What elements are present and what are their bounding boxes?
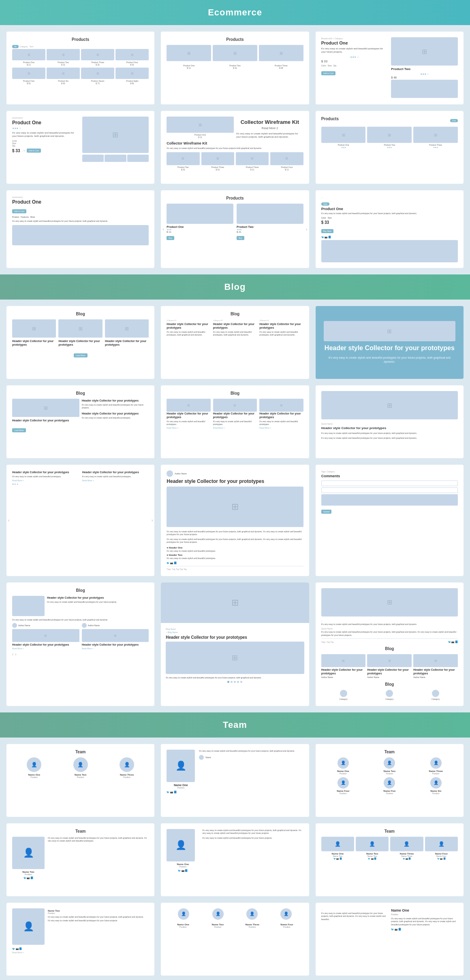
blog-comments: Tags: Category Comments Submit xyxy=(316,465,464,576)
product-stars: ★★★ ☆ xyxy=(321,55,388,58)
team-card5: 👤 Name One Position 🐦 📷 📘 It's very easy… xyxy=(161,823,309,896)
product-img-1 xyxy=(12,49,45,60)
blog-card10-title: Blog xyxy=(12,588,149,593)
t3-av5: 👤 xyxy=(384,777,395,789)
ec-tag[interactable]: Live xyxy=(450,119,458,122)
blog-card1: Blog Header style Collector for your pro… xyxy=(6,306,154,379)
blog-card7: Header style Collector for your prototyp… xyxy=(6,465,154,576)
read-more2[interactable]: Read More > xyxy=(213,427,257,429)
comment-input1[interactable] xyxy=(321,480,458,486)
team7-layout: 👤 Name Two Position It's very easy to cr… xyxy=(12,908,149,945)
kit-top-row: Product One$ 11 Collector Wireframe Kit … xyxy=(167,117,303,139)
team9-left: ○ It's very easy to create stylish and b… xyxy=(321,908,388,931)
blog11-top-img: ⊞ xyxy=(161,582,309,623)
team5-profile: 👤 Name One Position 🐦 📷 📘 xyxy=(167,829,199,872)
blog-card4: Blog Header style Collector for your pro… xyxy=(6,385,154,458)
blog-card5-title: Blog xyxy=(167,391,303,395)
read-more3[interactable]: Read More > xyxy=(259,427,303,429)
blog10-rm2[interactable]: Read More > xyxy=(82,647,149,650)
blog10-rm[interactable]: Read More > xyxy=(12,647,79,650)
t3-m1: 👤 Name One Position xyxy=(321,757,365,775)
ec9-btn[interactable]: Buy Now xyxy=(321,229,333,233)
ec-products-grid: Products All Category Sort Product One$ … xyxy=(6,32,154,104)
blog12-item2: Header style Collector for your prototyp… xyxy=(367,654,412,679)
ec-detail-left: Breadcrumb > Category Product One It's v… xyxy=(321,37,388,98)
ec-filter-tag[interactable]: All xyxy=(12,45,19,48)
read-more1[interactable]: Read More > xyxy=(167,427,210,429)
blog10-top: Header style Collector for your prototyp… xyxy=(12,596,149,616)
t8-icon2: 👤 xyxy=(212,908,224,920)
ec7-btn[interactable]: Add to Cart xyxy=(12,209,26,213)
blog12-item3: Header style Collector for your prototyp… xyxy=(413,654,458,679)
ec-products-nav: Products Product One ★★★ $ 11 Buy Produc… xyxy=(161,190,309,268)
ec-product-right: ... · Sale Product One It's very easy to… xyxy=(316,190,464,268)
ec-product-name: Product One xyxy=(12,120,79,125)
blog-load-more[interactable]: Load More xyxy=(74,353,88,357)
add-to-cart-btn[interactable]: Add to Cart xyxy=(321,71,335,75)
ec-3col-labels: Product One$ 11 Product Two$ 1k Product … xyxy=(167,64,303,69)
blog7-readmore2[interactable]: Read More > xyxy=(82,479,149,482)
avatar-1: 👤 xyxy=(27,757,41,772)
ec8-right-arrow[interactable]: › xyxy=(306,227,307,232)
blog8-h2: ● Header Two xyxy=(167,554,303,556)
blog7-right-arrow[interactable]: › xyxy=(152,518,153,523)
product2-stars: ★★★ ☆ xyxy=(391,72,458,75)
comment-textarea[interactable] xyxy=(321,494,458,506)
blog7-left-arrow[interactable]: ‹ xyxy=(8,518,9,523)
blog-icon3 xyxy=(432,690,439,697)
t3-m5: 👤 Name Five Position xyxy=(367,777,411,795)
ec8-left-arrow[interactable]: ‹ xyxy=(162,227,164,232)
kit-img-2 xyxy=(167,152,199,165)
team-card3: Team 👤 Name One Position 👤 Name Two Posi… xyxy=(316,744,464,817)
ec8-btn1[interactable]: Buy xyxy=(167,236,174,240)
blog12-sub-title: Blog xyxy=(321,646,458,651)
team2-left: 👤 Name One Position xyxy=(167,750,195,789)
blog6-top-img: ⊞ xyxy=(321,391,458,419)
blog5-img1 xyxy=(167,399,210,412)
blog11-img: ⊞ xyxy=(166,642,304,674)
blog4-layout: Header style Collector for your prototyp… xyxy=(12,399,149,423)
team5-info: It's very easy to create stylish and bea… xyxy=(202,829,303,872)
team-card1: Team 👤 Name One Position 👤 Name Two Posi… xyxy=(6,744,154,817)
ec6-img1 xyxy=(321,127,366,143)
kit-name: Collector Wireframe Kit xyxy=(167,141,303,145)
ec-product-mini: ecommerce Product One Add to Cart Produc… xyxy=(6,190,154,268)
blog10-img3 xyxy=(82,629,149,642)
ec-detail2-thumb: ⊞ xyxy=(82,117,149,162)
blog2-item3: 18 August HT Header style Collector for … xyxy=(259,319,303,336)
blog7-readmore[interactable]: Read More > xyxy=(12,479,79,482)
product-img-c xyxy=(259,45,303,61)
ecommerce-grid: Products All Category Sort Product One$ … xyxy=(0,25,470,274)
kit-subtitle: Read More 2 xyxy=(236,127,303,130)
comment-submit[interactable]: Submit xyxy=(321,510,332,514)
thumb-sm-2 xyxy=(105,155,126,162)
kit-bottom: Product Two$ 31 Product Three$ 31 Produc… xyxy=(167,152,303,171)
blog12-bottom: Blog Header style Collector for your pro… xyxy=(321,646,458,679)
blog-3col: Header style Collector for your prototyp… xyxy=(12,319,149,347)
blog10-prev[interactable]: ‹ xyxy=(12,652,13,657)
ec8-btn2[interactable]: Buy xyxy=(237,236,244,240)
ec-detail2-info: ecommerce Product One ★★★ ☆ It's very ea… xyxy=(12,117,79,162)
team4-right: It's very easy to create stylish and bea… xyxy=(48,837,149,879)
blog4-left: Header style Collector for your prototyp… xyxy=(12,399,79,423)
blog5-img3 xyxy=(259,399,303,412)
add-cart-btn2[interactable]: Add to Cart xyxy=(27,149,41,153)
blog6-title: Header style Collector for your prototyp… xyxy=(321,426,458,430)
avatar-3: 👤 xyxy=(120,757,134,772)
ec8-product2: Product Two ★★★ $ 21 Buy xyxy=(237,204,303,240)
team-card3-title: Team xyxy=(321,750,458,754)
blog-card11: ⊞ Blog Name ○ Blog Name Header style Col… xyxy=(161,582,309,706)
t3-m2: 👤 Name Two Position xyxy=(367,757,411,775)
blog-img2 xyxy=(58,319,102,338)
blog10-b2: Author Name Header style Collector for y… xyxy=(82,623,149,650)
blog10-next[interactable]: › xyxy=(15,652,16,657)
ec-card2-title: Products xyxy=(167,37,303,42)
team6-4col: 👤 Name One Name Two 🐦 📷 📘 👤 Name Two Nam… xyxy=(321,837,458,860)
comment-input2[interactable] xyxy=(321,487,458,493)
blog12-si3 xyxy=(413,654,458,667)
team8-names: Name OnePosition Name TwoPosition Name T… xyxy=(167,922,303,928)
blog4-btn[interactable]: Load More xyxy=(12,428,26,432)
team9-name: Name One xyxy=(391,908,458,912)
thumb-sm-3 xyxy=(127,155,149,162)
blog8-avatar xyxy=(167,470,173,477)
